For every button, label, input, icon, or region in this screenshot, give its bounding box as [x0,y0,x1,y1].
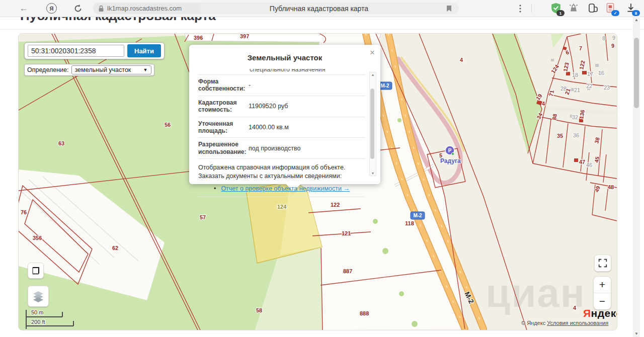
adblock-extension-icon[interactable]: 1 [550,3,562,15]
report-link[interactable]: Отчет о проверке объекта недвижимости → [221,185,350,192]
parcel-number: 121 [342,230,351,236]
parcel-number: 4 [542,101,545,107]
parcel-number: 76 [21,209,27,215]
svg-text:М-2: М-2 [380,83,389,89]
menu-kebab-icon[interactable] [519,0,521,17]
bookmark-icon[interactable] [446,5,452,14]
copyright-text: © Яндекс [521,320,545,326]
parcel-number: 21 [564,88,571,95]
popup-title: Земельный участок [189,53,380,62]
url-text: lk1map.roscadastres.com [107,5,182,12]
parcel-number: 56 [165,122,171,128]
page-title: Публичная кадастровая карта [199,5,439,13]
extension-icon-3[interactable] [587,3,599,15]
popup-footer-divider [198,197,365,204]
parcel-number: 356 [33,235,42,241]
parcel-number: 63 [58,140,64,146]
parcel-number: 71 [548,90,555,97]
popup-note: Отображена справочная информация об объе… [198,158,365,181]
downloads-icon[interactable]: 8 [626,3,638,15]
parcel-number: 8 [602,35,605,41]
parcel-number: 38 [593,137,601,144]
parcel-number: 6 [565,49,570,56]
scale-bar: 50 m 200 ft [25,307,80,330]
parcel-number: 118 [405,220,414,226]
refresh-icon[interactable] [73,0,83,17]
parcel-number: 4 [460,57,463,63]
parcel-number: 124 [550,63,560,75]
downloads-badge: 8 [632,10,640,16]
svg-text:200 ft: 200 ft [31,319,45,325]
parcel-number: 16 [598,70,604,76]
parcel-number: 57 [200,214,206,220]
parcel-number: 62 [112,245,118,251]
parcel-number: 887 [343,268,352,274]
browser-toolbar: ← Я lk1map.roscadastres.com Публичная ка… [0,0,644,17]
poi-label: Радуга [440,157,461,164]
back-icon[interactable]: ← [19,0,28,17]
parcel-number: 18 [572,72,578,78]
dropdown-value: земельный участок [75,66,131,73]
tab-title-area[interactable]: Публичная кадастровая карта [199,3,459,14]
scroll-thumb[interactable] [370,89,374,159]
parcel-number: 9 [612,35,615,41]
lock-icon [98,5,104,12]
info-row: Разрешенное использование:под производст… [198,137,365,158]
fullscreen-button[interactable] [594,255,611,272]
measure-button[interactable] [28,263,44,279]
page-divider [0,29,644,30]
parcel-number: 88 [551,113,558,120]
scrollbar-thumb[interactable] [634,38,639,108]
cadastral-search-panel: Найти [24,42,165,59]
info-row: Кадастровая стоимость:11909520 руб [198,96,365,117]
svg-text:Р: Р [448,148,452,153]
terms-link[interactable]: Условия использования [547,320,608,326]
parcel-number: 36 [573,132,579,138]
scrollbar-up-icon[interactable]: ▲ [633,18,640,22]
parcel-number: 45 [593,156,600,163]
browser-scrollbar[interactable]: ▲ ▼ [633,17,640,337]
svg-text:М-2: М-2 [413,213,422,218]
close-icon[interactable]: × [370,48,375,58]
yandex-browser-icon[interactable]: Я [46,0,57,17]
parcel-number: 136 [578,109,586,119]
parcel-number: 58 [256,307,262,313]
page-heading-clipped: Публичная кадастровая карта [20,17,262,23]
object-type-dropdown[interactable]: Определение: земельный участок ▼ [24,64,154,76]
info-row: Уточненная площадь:14000.00 кв.м [198,117,365,138]
layers-button[interactable] [28,286,49,307]
scroll-down-icon[interactable]: ▼ [370,172,376,175]
parcel-number: 35 [557,133,563,139]
dropdown-label: Определение: [27,66,69,73]
address-bar[interactable]: lk1map.roscadastres.com [93,3,207,14]
parcel-number: 124 [277,204,287,210]
scrollbar-down-icon[interactable]: ▼ [633,331,640,336]
adblock-badge: 1 [556,10,565,16]
cadastral-number-input[interactable] [28,45,124,57]
parcel-number: 48 [608,184,614,190]
info-row: Форма собственности:- [198,74,365,96]
map-attribution: © Яндекс Условия использования [521,320,608,326]
parcel-number: 47 [579,159,585,165]
popup-scrollbar[interactable]: ▲ ▼ [369,72,376,176]
parcel-number: 123 [562,62,570,72]
cian-watermark: циан [486,270,586,316]
parcel-number: 32 [572,114,578,120]
zoom-out-button[interactable]: − [594,293,611,309]
parcel-info-popup: Земельный участок × специального назначе… [189,45,380,184]
document-extension-icon[interactable]: ✓ [605,3,617,15]
scroll-up-icon[interactable]: ▲ [370,73,376,76]
document-check-badge: ✓ [611,10,619,16]
parcel-number: 9 [611,43,614,49]
search-button[interactable]: Найти [127,44,161,57]
parcel-number: 46 [586,162,592,168]
extension-icon-2[interactable] [568,3,580,15]
parcel-number: 397 [240,34,249,39]
chevron-down-icon: ▼ [143,67,148,72]
raduga-poi-icon[interactable]: Р [445,146,454,155]
parcel-number: 7 [579,45,582,51]
zoom-in-button[interactable]: + [594,277,611,293]
map-container: М-2 М-2 Р 396397456635762356765811812412… [18,33,617,330]
parcel-number: 17 [587,71,593,77]
clipped-row: специального назначения [198,69,365,74]
